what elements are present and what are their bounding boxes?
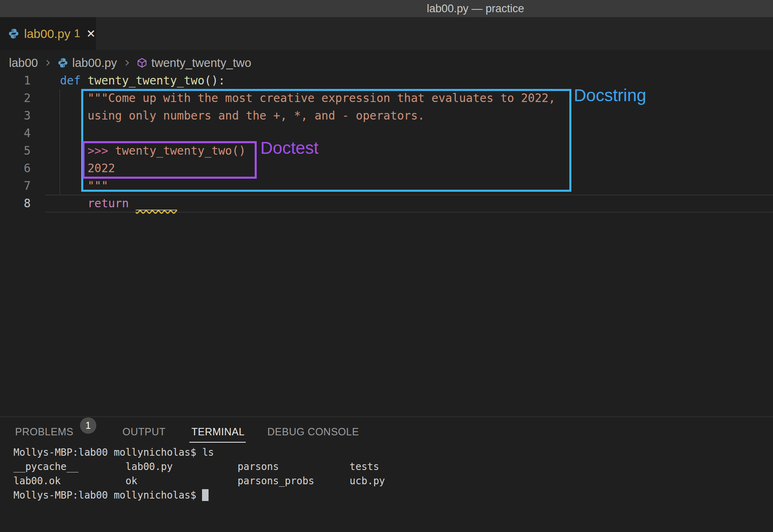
code-line-text: return ______	[60, 197, 177, 210]
tab-output[interactable]: OUTPUT	[122, 426, 166, 438]
code-line[interactable]: 8 return ______	[0, 195, 773, 212]
code-line-text: using only numbers and the +, *, and - o…	[60, 109, 424, 122]
docstring-annotation-label: Docstring	[574, 86, 646, 105]
code-line[interactable]: 6 2022	[0, 160, 773, 177]
tab-problem-count: 1	[74, 27, 80, 40]
code-line-text: """	[60, 179, 108, 193]
python-icon	[8, 28, 19, 39]
line-number[interactable]: 4	[0, 126, 31, 140]
code-line-text: 2022	[60, 162, 115, 175]
terminal-cursor	[202, 489, 209, 501]
breadcrumb-file[interactable]: lab00.py	[72, 56, 117, 70]
breadcrumb-folder[interactable]: lab00	[9, 56, 38, 70]
breadcrumb-symbol[interactable]: twenty_twenty_two	[151, 56, 251, 70]
code-line[interactable]: 3 using only numbers and the +, *, and -…	[0, 107, 773, 124]
code-line[interactable]: 7 """	[0, 177, 773, 195]
code-line[interactable]: 2 """Come up with the most creative expr…	[0, 89, 773, 107]
problems-count-badge: 1	[80, 417, 96, 434]
tab-problems[interactable]: PROBLEMS	[15, 426, 73, 438]
line-number[interactable]: 7	[0, 179, 31, 193]
tab-terminal[interactable]: TERMINAL	[191, 426, 244, 438]
tab-bar: lab00.py 1 ✕	[0, 17, 773, 50]
tab-debug-console[interactable]: DEBUG CONSOLE	[267, 426, 359, 438]
code-editor[interactable]: 1def twenty_twenty_two():2 """Come up wi…	[0, 72, 773, 212]
code-line-text: """Come up with the most creative expres…	[60, 91, 555, 105]
doctest-annotation-label: Doctest	[260, 138, 318, 158]
panel-divider	[0, 417, 773, 417]
tab-filename: lab00.py	[24, 27, 70, 41]
window-title: lab00.py — practice	[427, 2, 524, 15]
chevron-right-icon	[43, 58, 52, 67]
line-number[interactable]: 3	[0, 109, 31, 122]
line-number[interactable]: 6	[0, 162, 31, 175]
python-icon	[58, 58, 68, 68]
code-line-text: def twenty_twenty_two():	[60, 74, 225, 87]
code-line[interactable]: 1def twenty_twenty_two():	[0, 72, 773, 89]
line-number[interactable]: 1	[0, 74, 31, 87]
line-number[interactable]: 2	[0, 91, 31, 105]
active-tab-underline	[189, 442, 246, 443]
tab-lab00[interactable]: lab00.py 1 ✕	[0, 17, 96, 50]
code-line-text: >>> twenty_twenty_two()	[60, 144, 246, 157]
terminal-output[interactable]: Mollys-MBP:lab00 mollynicholas$ ls __pyc…	[13, 446, 385, 503]
symbol-method-icon	[137, 58, 147, 68]
line-number[interactable]: 8	[0, 197, 31, 210]
code-line[interactable]: 5 >>> twenty_twenty_two()	[0, 142, 773, 160]
code-line[interactable]: 4	[0, 124, 773, 142]
close-icon[interactable]: ✕	[86, 27, 96, 40]
chevron-right-icon	[122, 58, 131, 67]
line-number[interactable]: 5	[0, 144, 31, 157]
title-bar: lab00.py — practice	[0, 0, 773, 17]
